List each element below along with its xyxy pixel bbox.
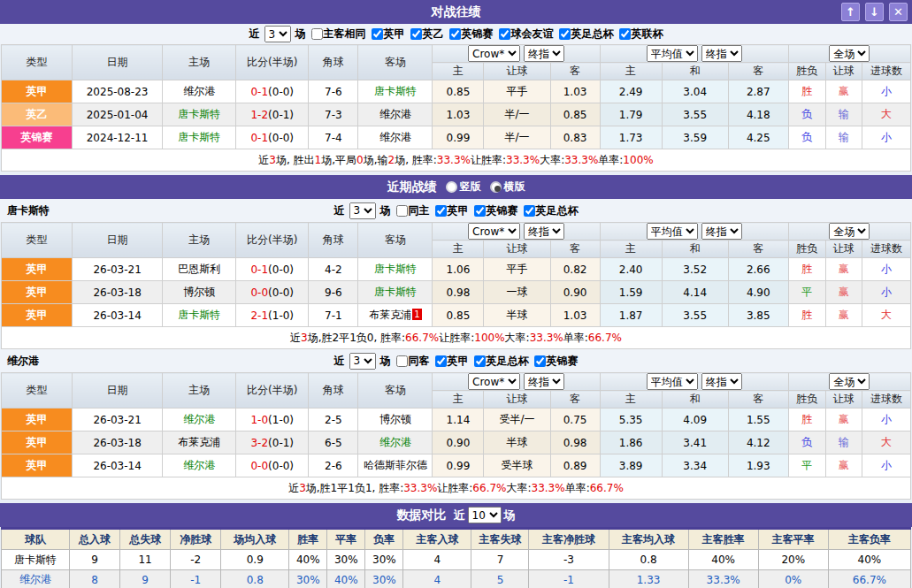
same-venue-checkbox[interactable] bbox=[311, 28, 323, 40]
league-checkbox-3[interactable] bbox=[499, 28, 510, 40]
vertical-radio[interactable] bbox=[446, 181, 457, 193]
avg-draw: 4.09 bbox=[662, 409, 728, 431]
summary-value: 66.7% bbox=[590, 482, 624, 494]
col-avg-home: 主 bbox=[600, 241, 662, 258]
stat-value: 11 bbox=[120, 550, 171, 570]
odds-source-select[interactable]: Crow* bbox=[468, 373, 520, 390]
avg-source-select[interactable]: 平均值 bbox=[647, 223, 698, 240]
col-ha-loss-rate: 主客负率 bbox=[828, 529, 910, 550]
scope-select[interactable]: 全场 bbox=[829, 373, 870, 390]
col-corner: 角球 bbox=[309, 373, 358, 409]
league-checkbox-0[interactable] bbox=[372, 28, 383, 40]
col-odds-handicap: 让球 bbox=[484, 241, 550, 258]
avg-time-select[interactable]: 终指 bbox=[701, 223, 742, 240]
col-goal-diff: 净胜球 bbox=[171, 529, 221, 550]
close-icon[interactable]: ✕ bbox=[889, 3, 908, 21]
scroll-down-icon[interactable]: ↓ bbox=[865, 3, 884, 21]
stat-value: 40% bbox=[688, 550, 758, 570]
doncaster-table: 类型 日期 主场 比分(半场) 角球 客场 Crow*终指 平均值终指 全场 主… bbox=[1, 222, 911, 327]
league-checkbox-2[interactable] bbox=[524, 205, 535, 217]
avg-source-group: 平均值终指 bbox=[600, 45, 788, 63]
league-checkbox-0[interactable] bbox=[435, 355, 447, 367]
summary-text: 大率: bbox=[540, 153, 564, 168]
same-home-checkbox[interactable] bbox=[396, 205, 408, 217]
away-team: 哈德斯菲尔德 bbox=[358, 454, 433, 477]
league-checkbox-5[interactable] bbox=[619, 28, 631, 40]
away-team: 唐卡斯特 bbox=[358, 281, 433, 304]
odds-home: 0.85 bbox=[433, 304, 484, 327]
col-odds-home: 主 bbox=[433, 241, 484, 258]
match-date: 26-03-21 bbox=[73, 258, 163, 281]
home-team: 维尔港 bbox=[163, 80, 236, 103]
score: 0-1(0-0) bbox=[236, 126, 309, 149]
avg-home: 1.87 bbox=[600, 304, 662, 327]
odds-time-select[interactable]: 终指 bbox=[524, 45, 564, 62]
odds-time-select[interactable]: 终指 bbox=[524, 373, 564, 390]
table-row: 唐卡斯特 9 11 -2 0.9 40% 30% 30% 4 7 -3 0.8 … bbox=[2, 550, 911, 570]
horizontal-radio[interactable] bbox=[490, 181, 502, 193]
same-away-checkbox[interactable] bbox=[396, 355, 408, 367]
horizontal-label[interactable]: 横版 bbox=[504, 179, 525, 195]
league-badge: 英甲 bbox=[2, 80, 73, 103]
match-date: 2024-12-11 bbox=[73, 126, 163, 149]
avg-away: 1.93 bbox=[728, 454, 788, 477]
full-score: 0-0 bbox=[250, 460, 268, 472]
avg-time-select[interactable]: 终指 bbox=[701, 45, 742, 62]
summary-text: 让胜率: bbox=[439, 331, 474, 346]
league-checkbox-2[interactable] bbox=[449, 28, 461, 40]
odds-away: 1.03 bbox=[550, 80, 600, 103]
result-wdl: 胜 bbox=[788, 80, 825, 103]
stat-value: 20% bbox=[758, 550, 828, 570]
league-badge: 英甲 bbox=[2, 304, 73, 327]
result-wdl: 负 bbox=[788, 103, 825, 126]
result-goals: 大 bbox=[862, 304, 910, 327]
games-unit-label: 场 bbox=[380, 354, 391, 369]
table-row: 英甲 26-03-18 博尔顿 0-0(0-0) 9-6 唐卡斯特 0.98 一… bbox=[2, 281, 911, 304]
avg-source-select[interactable]: 平均值 bbox=[647, 373, 698, 390]
h2h-games-select[interactable]: 3 bbox=[264, 26, 291, 42]
avg-draw: 3.04 bbox=[662, 80, 728, 103]
league-checkbox-2[interactable] bbox=[534, 355, 546, 367]
col-type: 类型 bbox=[2, 373, 73, 409]
full-score: 0-0 bbox=[250, 286, 268, 299]
scope-select[interactable]: 全场 bbox=[829, 223, 870, 240]
compare-games-select[interactable]: 10 bbox=[468, 507, 502, 523]
summary-text: 让胜率: bbox=[437, 481, 472, 496]
scope-group: 全场 bbox=[788, 223, 910, 241]
doncaster-games-select[interactable]: 3 bbox=[349, 202, 376, 219]
result-goals: 小 bbox=[862, 454, 910, 477]
vertical-label[interactable]: 竖版 bbox=[460, 179, 481, 195]
result-goals: 小 bbox=[862, 409, 910, 431]
result-handicap: 输 bbox=[825, 103, 862, 126]
league-checkbox-1[interactable] bbox=[474, 205, 486, 217]
stat-value: 40% bbox=[289, 550, 327, 570]
avg-time-select[interactable]: 终指 bbox=[701, 373, 742, 390]
scope-select[interactable]: 全场 bbox=[829, 45, 870, 62]
league-checkbox-0[interactable] bbox=[435, 205, 447, 217]
odds-handicap: 受半/一 bbox=[484, 409, 550, 431]
odds-source-select[interactable]: Crow* bbox=[468, 45, 520, 62]
score: 1-0(1-0) bbox=[236, 409, 309, 431]
odds-time-select[interactable]: 终指 bbox=[524, 223, 564, 240]
league-checkbox-1[interactable] bbox=[410, 28, 422, 40]
stat-value: 9 bbox=[70, 550, 120, 570]
odds-source-select[interactable]: Crow* bbox=[468, 223, 520, 240]
corner-score: 7-6 bbox=[309, 80, 358, 103]
col-ha-win-rate: 主客胜率 bbox=[688, 529, 758, 550]
col-odds-handicap: 让球 bbox=[484, 63, 550, 80]
league-checkbox-1[interactable] bbox=[474, 355, 486, 367]
stat-value: 4 bbox=[403, 550, 471, 570]
portvale-games-select[interactable]: 3 bbox=[349, 353, 376, 370]
summary-text: 近 bbox=[258, 153, 269, 168]
avg-source-select[interactable]: 平均值 bbox=[647, 45, 698, 62]
league-badge: 英甲 bbox=[2, 258, 73, 281]
stat-value: 30% bbox=[365, 550, 403, 570]
avg-draw: 3.59 bbox=[662, 126, 728, 149]
avg-away: 4.12 bbox=[728, 431, 788, 454]
h2h-table: 类型 日期 主场 比分(半场) 角球 客场 Crow*终指 平均值终指 全场 主… bbox=[1, 44, 911, 149]
corner-score: 6-5 bbox=[309, 431, 358, 454]
score: 1-2(0-1) bbox=[236, 103, 309, 126]
league-checkbox-4[interactable] bbox=[559, 28, 571, 40]
scroll-up-icon[interactable]: ↑ bbox=[841, 3, 860, 21]
league-label: 英甲 bbox=[448, 354, 469, 369]
